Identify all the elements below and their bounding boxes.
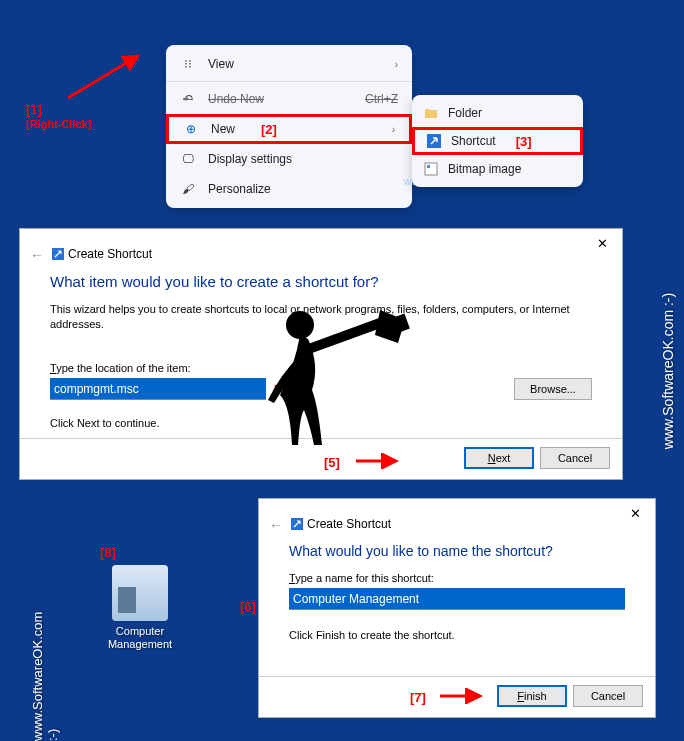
- sub-item-shortcut[interactable]: Shortcut [3]: [412, 127, 583, 155]
- sub-item-folder[interactable]: Folder: [412, 99, 583, 127]
- next-button[interactable]: Next: [464, 447, 534, 469]
- ctx-item-undo[interactable]: ↶ Undo New Ctrl+Z: [166, 84, 412, 114]
- sub-label: Shortcut: [451, 134, 496, 148]
- watermark-left: www.SoftwareOK.com :-): [30, 600, 60, 741]
- dialog-heading: What item would you like to create a sho…: [50, 273, 592, 290]
- ctx-item-new[interactable]: ⊕ New [2] ›: [166, 114, 412, 144]
- ctx-shortcut: Ctrl+Z: [365, 92, 398, 106]
- cancel-button[interactable]: Cancel: [573, 685, 643, 707]
- close-button[interactable]: ✕: [615, 499, 655, 527]
- grid-icon: ⁝⁝: [180, 57, 196, 71]
- ctx-label: Personalize: [208, 182, 271, 196]
- folder-icon: [424, 106, 438, 120]
- dialog-title: Create Shortcut: [68, 247, 152, 261]
- watermark-right: www.SoftwareOK.com :-): [660, 292, 676, 448]
- hammer-graphic: [250, 305, 410, 485]
- arrow-7: [438, 688, 488, 704]
- dialog-heading: What would you like to name the shortcut…: [289, 543, 625, 559]
- dialog-create-shortcut-2: ✕ ← Create Shortcut What would you like …: [258, 498, 656, 718]
- input-label: Type a name for this shortcut:: [289, 571, 625, 586]
- brush-icon: 🖌: [180, 182, 196, 196]
- shortcut-icon: [291, 518, 303, 533]
- sub-label: Bitmap image: [448, 162, 521, 176]
- ctx-label: Display settings: [208, 152, 292, 166]
- chevron-right-icon: ›: [395, 59, 398, 70]
- annotation-3: [3]: [516, 134, 532, 149]
- browse-button[interactable]: Browse...: [514, 378, 592, 400]
- ctx-label: New: [211, 122, 235, 136]
- svg-line-0: [68, 56, 138, 98]
- annotation-2: [2]: [261, 122, 277, 137]
- sub-item-bitmap[interactable]: Bitmap image: [412, 155, 583, 183]
- sub-menu-new: Folder Shortcut [3] Bitmap image: [412, 95, 583, 187]
- dialog-hint: Click Finish to create the shortcut.: [289, 628, 625, 643]
- undo-icon: ↶: [180, 92, 196, 106]
- cancel-button[interactable]: Cancel: [540, 447, 610, 469]
- context-menu: ⁝⁝ View › ↶ Undo New Ctrl+Z ⊕ New [2] › …: [166, 45, 412, 208]
- finish-button[interactable]: Finish: [497, 685, 567, 707]
- desktop-shortcut-icon[interactable]: Computer Management: [100, 565, 180, 651]
- bitmap-icon: [424, 162, 438, 176]
- desktop-icon-label: Computer Management: [100, 625, 180, 651]
- dialog-footer: Next Cancel: [464, 447, 610, 469]
- divider: [166, 81, 412, 82]
- back-button[interactable]: ←: [30, 247, 44, 263]
- computer-management-icon: [112, 565, 168, 621]
- ctx-item-view[interactable]: ⁝⁝ View ›: [166, 49, 412, 79]
- shortcut-icon: [427, 134, 441, 148]
- close-button[interactable]: ✕: [582, 229, 622, 257]
- svg-point-6: [286, 311, 314, 339]
- svg-rect-3: [427, 165, 430, 168]
- annotation-7: [7]: [410, 690, 426, 705]
- chevron-right-icon: ›: [392, 124, 395, 135]
- ctx-label: Undo New: [208, 92, 264, 106]
- annotation-8: [8]: [100, 545, 116, 560]
- svg-rect-2: [425, 163, 437, 175]
- dialog-footer: Finish Cancel: [497, 685, 643, 707]
- ctx-label: View: [208, 57, 234, 71]
- annotation-6: [6]: [240, 599, 256, 614]
- shortcut-icon: [52, 248, 64, 263]
- arrow-1: [58, 50, 148, 105]
- plus-circle-icon: ⊕: [183, 122, 199, 136]
- annotation-1-label: [Right-Click]: [26, 118, 91, 130]
- location-input[interactable]: [50, 378, 266, 400]
- annotation-1: [1]: [26, 102, 42, 117]
- back-button[interactable]: ←: [269, 517, 283, 533]
- sub-label: Folder: [448, 106, 482, 120]
- name-input[interactable]: [289, 588, 625, 610]
- display-icon: 🖵: [180, 152, 196, 166]
- divider: [259, 676, 655, 677]
- dialog-title: Create Shortcut: [307, 517, 391, 531]
- ctx-item-display[interactable]: 🖵 Display settings: [166, 144, 412, 174]
